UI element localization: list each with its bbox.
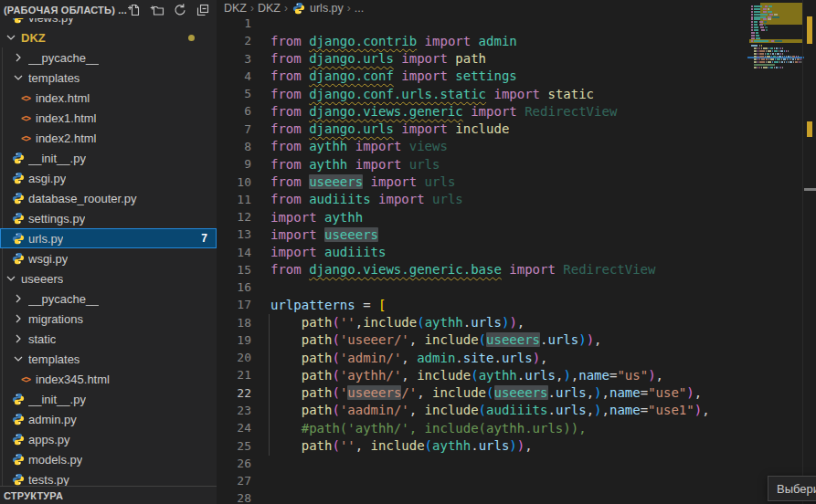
tree-item-label: __pycache__ bbox=[28, 292, 99, 306]
overview-ruler[interactable] bbox=[803, 0, 816, 504]
tree-item--pycache-[interactable]: __pycache__ bbox=[0, 47, 217, 68]
minimap-line bbox=[751, 37, 760, 39]
breadcrumb-separator: › bbox=[283, 2, 289, 15]
code-line-7[interactable]: 7from django.urls import include bbox=[217, 121, 749, 138]
html-icon: <> bbox=[18, 90, 33, 105]
tree-item-label: __init__.py bbox=[28, 152, 86, 165]
line-number: 5 bbox=[217, 87, 251, 100]
code-line-27[interactable]: 27 bbox=[217, 472, 749, 489]
line-number: 4 bbox=[217, 69, 251, 83]
code-line-4[interactable]: 4from django.conf import settings bbox=[217, 68, 749, 85]
tree-item-label: templates bbox=[28, 71, 79, 85]
code-text: from aythh import views bbox=[251, 139, 448, 153]
code-line-21[interactable]: 21 path('aythh/', include(aythh.urls,),n… bbox=[217, 366, 749, 383]
tree-item-wsgi-py[interactable]: wsgi.py bbox=[0, 248, 217, 268]
breadcrumb-item[interactable]: ... bbox=[355, 2, 364, 15]
line-number: 23 bbox=[217, 404, 251, 417]
tree-item-useeers[interactable]: useeers bbox=[0, 268, 217, 289]
tree-item-urls-py[interactable]: urls.py7 bbox=[0, 228, 217, 248]
line-number: 27 bbox=[217, 474, 251, 488]
tree-item-index345-html[interactable]: <>index345.html bbox=[0, 369, 217, 389]
code-line-12[interactable]: 12import aythh bbox=[217, 208, 749, 226]
minimap-line bbox=[751, 32, 758, 34]
line-number: 6 bbox=[217, 104, 251, 118]
code-line-25[interactable]: 25 path('', include(aythh.urls)), bbox=[217, 436, 749, 454]
code-line-8[interactable]: 8from aythh import views bbox=[217, 138, 749, 155]
tree-item-dkz[interactable]: DKZ bbox=[0, 27, 217, 47]
code-area[interactable]: 12from django.contrib import admin3from … bbox=[217, 15, 749, 504]
code-line-28[interactable]: 28 bbox=[217, 489, 749, 504]
minimap-line bbox=[751, 50, 789, 52]
tree-item-index-html[interactable]: <>index.html bbox=[0, 88, 217, 108]
collapse-all-icon[interactable] bbox=[196, 3, 210, 17]
code-line-5[interactable]: 5from django.conf.urls.static import sta… bbox=[217, 85, 749, 102]
code-line-9[interactable]: 9from aythh import urls bbox=[217, 155, 749, 173]
code-line-20[interactable]: 20 path('admin/', admin.site.urls), bbox=[217, 349, 749, 366]
explorer-section-header[interactable]: (РАБОЧАЯ ОБЛАСТЬ) ... bbox=[0, 0, 217, 18]
tree-item-admin-py[interactable]: admin.py bbox=[0, 409, 217, 429]
tree-item-database-roouter-py[interactable]: database_roouter.py bbox=[0, 188, 217, 208]
breadcrumb-separator: › bbox=[249, 2, 255, 15]
code-line-15[interactable]: 15from django.views.generic.base import … bbox=[217, 261, 749, 278]
minimap-line bbox=[751, 29, 768, 31]
tree-item-label: models.py bbox=[28, 453, 82, 467]
tree-item-index2-html[interactable]: <>index2.html bbox=[0, 128, 217, 148]
eol-tooltip: Выберите последовательность конца строки bbox=[768, 476, 816, 501]
code-line-23[interactable]: 23 path('aadmin/', include(audiiits.urls… bbox=[217, 402, 749, 419]
breadcrumb-item[interactable]: urls.py bbox=[310, 2, 344, 15]
tree-item-static[interactable]: static bbox=[0, 329, 217, 349]
line-number: 8 bbox=[217, 140, 251, 153]
line-number: 13 bbox=[217, 227, 251, 241]
code-line-6[interactable]: 6from django.views.generic import Redire… bbox=[217, 102, 749, 120]
outline-title: СТРУКТУРА bbox=[4, 490, 63, 501]
line-number: 26 bbox=[217, 457, 251, 470]
breadcrumb: DKZ›DKZ›urls.py›... bbox=[217, 0, 816, 16]
tree-item-label: __pycache__ bbox=[28, 51, 99, 65]
tree-item-asgi-py[interactable]: asgi.py bbox=[0, 168, 217, 188]
new-file-icon[interactable] bbox=[127, 3, 142, 17]
tree-item--init-py[interactable]: __init__.py bbox=[0, 148, 217, 168]
line-number: 21 bbox=[217, 368, 251, 382]
tree-item-templates[interactable]: templates bbox=[0, 349, 217, 369]
tree-item-templates[interactable]: templates bbox=[0, 68, 217, 88]
breadcrumb-item[interactable]: DKZ bbox=[258, 2, 281, 15]
breadcrumb-item[interactable]: DKZ bbox=[224, 2, 247, 15]
code-line-2[interactable]: 2from django.contrib import admin bbox=[217, 32, 749, 49]
code-line-16[interactable]: 16 bbox=[217, 278, 749, 296]
minimap[interactable] bbox=[749, 0, 802, 504]
code-line-26[interactable]: 26 bbox=[217, 455, 749, 472]
refresh-icon[interactable] bbox=[173, 3, 187, 17]
html-icon: <> bbox=[18, 110, 33, 125]
code-line-1[interactable]: 1 bbox=[217, 15, 749, 32]
code-line-22[interactable]: 22 path('useeers/', include(useeers.urls… bbox=[217, 384, 749, 402]
outline-section-header[interactable]: СТРУКТУРА bbox=[0, 486, 217, 504]
code-line-18[interactable]: 18 path('',include(aythh.urls)), bbox=[217, 314, 749, 331]
code-text: from audiiits import urls bbox=[251, 192, 463, 206]
tree-item-apps-py[interactable]: apps.py bbox=[0, 429, 217, 449]
tree-item-index1-html[interactable]: <>index1.html bbox=[0, 108, 217, 128]
line-number: 28 bbox=[217, 491, 251, 504]
line-number: 22 bbox=[217, 386, 251, 400]
tree-item-tests-py[interactable]: tests.py bbox=[0, 469, 217, 487]
code-line-17[interactable]: 17urlpatterns = [ bbox=[217, 296, 749, 313]
explorer-sidebar: views.pyDKZ__pycache__templates<>index.h… bbox=[0, 0, 217, 504]
code-line-13[interactable]: 13import useeers bbox=[217, 226, 749, 243]
code-line-3[interactable]: 3from django.urls import path bbox=[217, 50, 749, 68]
code-line-10[interactable]: 10from useeers import urls bbox=[217, 173, 749, 190]
python-icon bbox=[11, 211, 26, 226]
code-line-19[interactable]: 19 path('useeer/', include(useeers.urls)… bbox=[217, 331, 749, 349]
code-line-11[interactable]: 11from audiiits import urls bbox=[217, 191, 749, 208]
tree-item--init-py[interactable]: __init__.py bbox=[0, 389, 217, 409]
python-icon bbox=[11, 452, 26, 467]
tree-item-models-py[interactable]: models.py bbox=[0, 449, 217, 469]
tree-item-settings-py[interactable]: settings.py bbox=[0, 208, 217, 228]
code-line-24[interactable]: 24 #path('aythh/', include(aythh.urls)), bbox=[217, 419, 749, 436]
explorer-actions bbox=[127, 3, 214, 17]
code-line-14[interactable]: 14import audiiits bbox=[217, 243, 749, 260]
minimap-line bbox=[751, 67, 783, 68]
breadcrumb-separator: › bbox=[346, 2, 352, 15]
tree-item--pycache-[interactable]: __pycache__ bbox=[0, 289, 217, 309]
tree-item-migrations[interactable]: migrations bbox=[0, 309, 217, 329]
new-folder-icon[interactable] bbox=[150, 3, 164, 17]
minimap-line bbox=[751, 18, 771, 20]
